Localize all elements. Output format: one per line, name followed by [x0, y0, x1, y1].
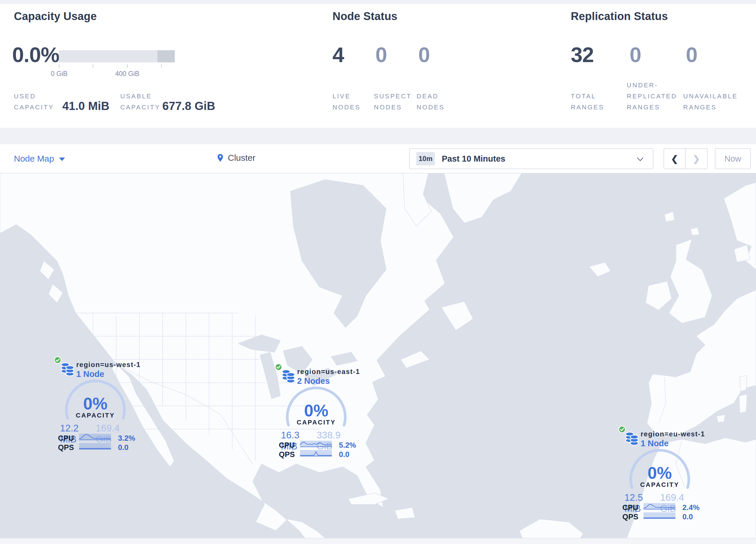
- database-icon: [59, 361, 76, 378]
- caret-down-icon: [59, 157, 65, 161]
- capacity-usage-panel: Capacity Usage 0.0% 0 GiB 400 GiB USED C…: [14, 4, 223, 128]
- toolbar: Node Map Cluster 10m Past 10 Minutes ❮ ❯…: [0, 144, 756, 173]
- dead-nodes-label: DEADNODES: [417, 91, 445, 113]
- node-map[interactable]: region=us-west-1 1 Node 0% CAPACITY 12.2…: [0, 173, 756, 538]
- database-icon: [280, 368, 297, 385]
- chevron-right-icon: ❯: [693, 154, 700, 164]
- time-nav-arrows: ❮ ❯: [664, 148, 708, 169]
- summary-section: Capacity Usage 0.0% 0 GiB 400 GiB USED C…: [0, 3, 756, 128]
- south-america: [519, 519, 583, 538]
- axis-tick: [161, 64, 162, 68]
- region-node-count: 1 Node: [76, 369, 104, 379]
- live-nodes-label: LIVENODES: [332, 91, 361, 113]
- region-node-count: 1 Node: [641, 439, 669, 448]
- capacity-label: CAPACITY: [616, 481, 703, 489]
- qps-sparkline: [644, 512, 675, 519]
- qps-value: 0.0: [339, 450, 349, 459]
- ireland: [646, 281, 672, 310]
- panel-title: Replication Status: [571, 10, 668, 23]
- cuba: [348, 493, 389, 505]
- qps-value: 0.0: [118, 443, 128, 452]
- breadcrumb-label: Cluster: [228, 153, 255, 163]
- unavailable-label: UNAVAILABLERANGES: [683, 91, 738, 113]
- capacity-bar: [59, 50, 175, 62]
- qps-label: QPS: [616, 512, 638, 521]
- time-window-badge: 10m: [416, 152, 435, 165]
- region-name: region=eu-west-1: [641, 430, 705, 438]
- capacity-percent: 0%: [616, 463, 703, 483]
- usable-capacity-value: 677.8 GiB: [162, 99, 215, 113]
- live-nodes-count: 4: [332, 43, 344, 67]
- balearics: [717, 415, 725, 423]
- chevron-down-icon: [637, 155, 643, 161]
- node-status-panel: Node Status 4 0 0 LIVENODES SUSPECTNODES…: [332, 4, 518, 128]
- region-marker-eu-west-1[interactable]: region=eu-west-1 1 Node 0% CAPACITY 12.5…: [616, 424, 703, 524]
- view-selector-label: Node Map: [14, 154, 54, 163]
- qps-label: QPS: [273, 450, 295, 459]
- cpu-label: CPU: [616, 503, 638, 512]
- time-window-label: Past 10 Minutes: [442, 154, 505, 164]
- capacity-percent: 0.0%: [12, 43, 59, 67]
- coastal-islands: [40, 261, 63, 303]
- breadcrumb[interactable]: Cluster: [216, 153, 255, 163]
- usable-capacity-label: USABLE CAPACITY: [120, 91, 160, 113]
- capacity-percent: 0%: [273, 401, 360, 420]
- region-marker-us-west-1[interactable]: region=us-west-1 1 Node 0% CAPACITY 12.2…: [52, 355, 139, 455]
- cpu-value: 5.2%: [339, 441, 356, 450]
- qps-value: 0.0: [682, 512, 693, 521]
- qps-sparkline: [300, 450, 332, 456]
- next-time-button[interactable]: ❯: [686, 149, 707, 168]
- map-footer-strip: [0, 538, 756, 544]
- axis-tick: [93, 64, 93, 68]
- axis-tick-label: 0 GiB: [42, 70, 77, 78]
- capacity-label: CAPACITY: [52, 412, 139, 419]
- panel-title: Capacity Usage: [14, 10, 97, 23]
- view-selector-dropdown[interactable]: Node Map: [14, 154, 65, 164]
- corsica-sardinia: [739, 376, 747, 413]
- cpu-sparkline: [300, 441, 332, 447]
- region-marker-us-east-1[interactable]: region=us-east-1 2 Nodes 0% CAPACITY 16.…: [273, 362, 360, 462]
- panel-title: Node Status: [332, 10, 397, 23]
- suspect-nodes-label: SUSPECTNODES: [374, 91, 412, 113]
- region-name: region=us-west-1: [76, 361, 141, 369]
- axis-tick: [59, 64, 59, 68]
- qps-label: QPS: [52, 443, 74, 452]
- total-ranges-label: TOTALRANGES: [571, 91, 604, 113]
- map-pin-icon: [216, 153, 225, 162]
- region-name: region=us-east-1: [297, 368, 360, 376]
- used-capacity-value: 41.0 MiB: [62, 99, 109, 113]
- great-britain: [669, 239, 712, 323]
- now-button[interactable]: Now: [715, 148, 751, 169]
- capacity-bar-reserved: [157, 50, 175, 62]
- used-capacity-label: USED CAPACITY: [14, 91, 54, 113]
- shetland: [664, 211, 699, 235]
- replication-status-panel: Replication Status 32 0 0 TOTALRANGES UN…: [571, 4, 750, 128]
- newfoundland: [441, 302, 473, 331]
- cpu-value: 2.4%: [682, 503, 699, 512]
- cpu-label: CPU: [273, 441, 295, 450]
- cpu-sparkline: [644, 503, 675, 509]
- capacity-percent: 0%: [52, 394, 139, 413]
- dead-nodes-count: 0: [418, 43, 430, 67]
- unavailable-count: 0: [686, 43, 697, 67]
- capacity-label: CAPACITY: [273, 419, 360, 426]
- denmark: [734, 245, 750, 262]
- axis-tick-label: 400 GiB: [110, 70, 145, 78]
- suspect-nodes-count: 0: [375, 43, 387, 67]
- time-window-dropdown[interactable]: 10m Past 10 Minutes: [409, 148, 653, 169]
- cpu-label: CPU: [52, 434, 74, 443]
- hispaniola: [395, 507, 415, 519]
- database-icon: [623, 431, 640, 447]
- prev-time-button[interactable]: ❮: [664, 149, 686, 168]
- axis-tick: [127, 64, 128, 68]
- nova-scotia: [401, 351, 430, 368]
- chevron-left-icon: ❮: [671, 154, 678, 164]
- iceland: [589, 262, 611, 277]
- region-node-count: 2 Nodes: [297, 376, 330, 386]
- cpu-sparkline: [79, 434, 111, 440]
- under-replicated-label: UNDER-REPLICATEDRANGES: [627, 80, 677, 113]
- greenland: [444, 173, 522, 223]
- under-replicated-count: 0: [630, 43, 641, 67]
- total-ranges-count: 32: [571, 43, 594, 67]
- qps-sparkline: [79, 443, 111, 449]
